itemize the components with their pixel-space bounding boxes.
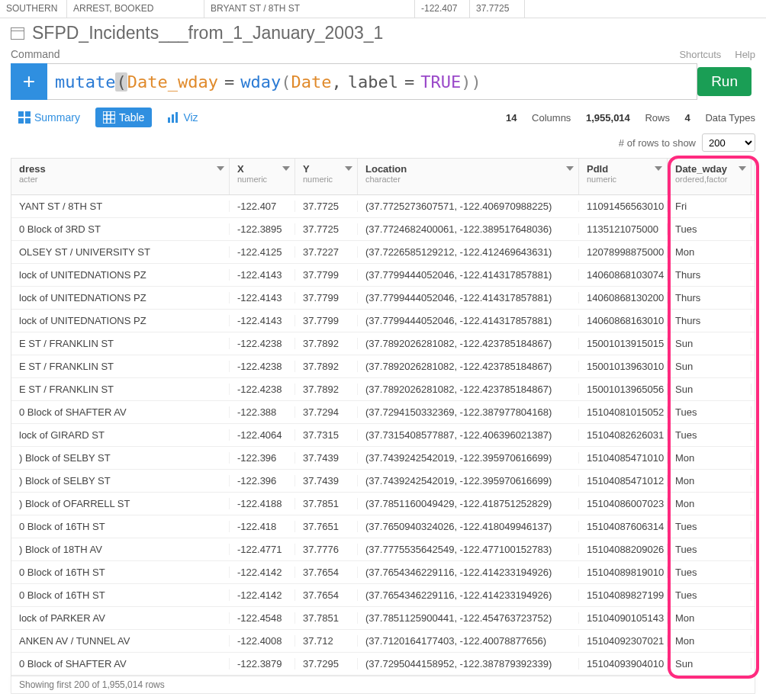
token-lparen2: ( xyxy=(281,72,291,92)
cell-x: -122.4143 xyxy=(230,315,295,326)
table-row[interactable]: 0 Block of 16TH ST-122.414237.7654(37.76… xyxy=(11,584,755,607)
table-row[interactable]: ) Block of OFARRELL ST-122.418837.7851(3… xyxy=(11,493,755,515)
cell-y: 37.7892 xyxy=(295,338,358,349)
chevron-down-icon[interactable] xyxy=(655,166,662,174)
cell-wday: Mon xyxy=(668,612,752,624)
cell-pdid: 15104087606314 xyxy=(579,521,668,532)
stats-types-num: 4 xyxy=(685,112,690,124)
cell-y: 37.712 xyxy=(295,635,358,647)
table-row[interactable]: lock of UNITEDNATIONS PZ-122.414337.7799… xyxy=(11,287,755,310)
cell-location: (37.7295044158952, -122.387879392339) xyxy=(358,658,579,669)
tab-table[interactable]: Table xyxy=(95,108,152,127)
command-input[interactable]: mutate ( Date_wday = wday ( Date , label… xyxy=(47,63,697,100)
table-row[interactable]: ) Block of SELBY ST-122.39637.7439(37.74… xyxy=(11,447,755,470)
table-row[interactable]: ) Block of SELBY ST-122.39637.7439(37.74… xyxy=(11,470,755,493)
column-header-y[interactable]: Ynumeric xyxy=(295,159,358,194)
cell-wday: Mon xyxy=(668,246,752,258)
table-header: dressacterXnumericYnumericLocationcharac… xyxy=(11,159,755,195)
cell-pdid: 15104088209026 xyxy=(579,544,668,555)
cell-y: 37.7799 xyxy=(295,315,358,326)
cell-wday: Tues xyxy=(668,521,752,532)
table-row[interactable]: lock of UNITEDNATIONS PZ-122.414337.7799… xyxy=(11,264,755,287)
column-name: Location xyxy=(365,163,572,175)
table-row[interactable]: OLSEY ST / UNIVERSITY ST-122.412537.7227… xyxy=(11,241,755,264)
cell-pdid: 15001013963010 xyxy=(579,361,668,372)
chevron-down-icon[interactable] xyxy=(345,166,352,174)
tab-viz[interactable]: Viz xyxy=(159,108,205,127)
column-type: numeric xyxy=(237,175,288,184)
cell-y: 37.7315 xyxy=(295,429,358,441)
token-rparen2: ) xyxy=(461,72,471,92)
cell-location: (37.7799444052046, -122.414317857881) xyxy=(358,315,579,326)
table-row[interactable]: E ST / FRANKLIN ST-122.423837.7892(37.78… xyxy=(11,355,755,378)
chevron-down-icon[interactable] xyxy=(566,166,574,174)
add-step-button[interactable]: + xyxy=(11,63,47,100)
table-row[interactable]: ANKEN AV / TUNNEL AV-122.400837.712(37.7… xyxy=(11,630,755,653)
column-header-dress[interactable]: dressacter xyxy=(11,159,230,194)
cell-location: (37.7439242542019, -122.395970616699) xyxy=(358,452,579,464)
cell-pdid: 1135121075000 xyxy=(579,223,668,235)
column-header-pdid[interactable]: PdIdnumeric xyxy=(579,159,668,194)
cell-location: (37.7120164177403, -122.40078877656) xyxy=(358,635,579,647)
header-crumb: SOUTHERN xyxy=(0,0,67,18)
cell-pdid: 14060868103074 xyxy=(579,269,668,281)
cell-y: 37.7851 xyxy=(295,612,358,624)
column-name: Y xyxy=(303,163,351,175)
run-button[interactable]: Run xyxy=(697,67,752,96)
cell-pdid: 15104093904010 xyxy=(579,658,668,669)
table-row[interactable]: lock of GIRARD ST-122.406437.7315(37.731… xyxy=(11,424,755,447)
table-stats: 14 Columns 1,955,014 Rows 4 Data Types xyxy=(494,112,755,124)
token-wday: wday xyxy=(240,72,281,92)
cell-pdid: 15001013915015 xyxy=(579,338,668,349)
cell-address: ANKEN AV / TUNNEL AV xyxy=(11,635,230,647)
cell-location: (37.7775535642549, -122.477100152783) xyxy=(358,544,579,555)
cell-address: ) Block of 18TH AV xyxy=(11,544,230,555)
cell-y: 37.7439 xyxy=(295,452,358,464)
table-row[interactable]: lock of UNITEDNATIONS PZ-122.414337.7799… xyxy=(11,310,755,332)
cell-y: 37.7654 xyxy=(295,589,358,601)
table-row[interactable]: YANT ST / 8TH ST-122.40737.7725(37.77252… xyxy=(11,195,755,218)
column-name: X xyxy=(237,163,288,175)
chevron-down-icon[interactable] xyxy=(282,166,290,174)
cell-pdid: 15104092307021 xyxy=(579,635,668,647)
help-link[interactable]: Help xyxy=(735,49,755,60)
table-row[interactable]: 0 Block of 16TH ST-122.414237.7654(37.76… xyxy=(11,561,755,584)
table-row[interactable]: 0 Block of 3RD ST-122.389537.7725(37.772… xyxy=(11,218,755,241)
table-row[interactable]: 0 Block of SHAFTER AV-122.38837.7294(37.… xyxy=(11,401,755,424)
column-header-x[interactable]: Xnumeric xyxy=(230,159,295,194)
svg-rect-0 xyxy=(18,111,24,117)
table-row[interactable]: 0 Block of SHAFTER AV-122.387937.7295(37… xyxy=(11,653,755,676)
table-row[interactable]: E ST / FRANKLIN ST-122.423837.7892(37.78… xyxy=(11,332,755,355)
cell-wday: Sun xyxy=(668,384,752,395)
column-header-location[interactable]: Locationcharacter xyxy=(358,159,579,194)
header-crumb: ARREST, BOOKED xyxy=(67,0,204,18)
column-name: dress xyxy=(19,163,223,175)
cell-address: 0 Block of 16TH ST xyxy=(11,589,230,601)
chevron-down-icon[interactable] xyxy=(217,166,224,174)
stats-cols-num: 14 xyxy=(506,112,517,124)
shortcuts-link[interactable]: Shortcuts xyxy=(679,49,721,60)
tab-summary[interactable]: Summary xyxy=(11,108,88,127)
cell-wday: Tues xyxy=(668,567,752,578)
column-type: numeric xyxy=(303,175,351,184)
table-row[interactable]: ) Block of 18TH AV-122.477137.7776(37.77… xyxy=(11,538,755,561)
chevron-down-icon[interactable] xyxy=(739,166,746,174)
cell-y: 37.7439 xyxy=(295,475,358,486)
cell-address: E ST / FRANKLIN ST xyxy=(11,338,230,349)
svg-rect-10 xyxy=(172,114,174,123)
token-mutate: mutate xyxy=(55,72,115,92)
table-row[interactable]: 0 Block of 16TH ST-122.41837.7651(37.765… xyxy=(11,515,755,538)
table-row[interactable]: E ST / FRANKLIN ST-122.423837.7892(37.78… xyxy=(11,378,755,401)
rows-to-show-select[interactable]: 200 xyxy=(702,133,755,152)
cell-wday: Sun xyxy=(668,361,752,372)
cell-y: 37.7295 xyxy=(295,658,358,669)
table-row[interactable]: lock of PARKER AV-122.454837.7851(37.785… xyxy=(11,607,755,630)
header-crumb: -122.407 xyxy=(415,0,470,18)
cell-y: 37.7725 xyxy=(295,223,358,235)
column-type: character xyxy=(365,175,572,184)
cell-pdid: 14060868130200 xyxy=(579,292,668,303)
token-label: label xyxy=(342,72,398,92)
cell-location: (37.7851160049429, -122.418751252829) xyxy=(358,498,579,509)
footer-status: Showing first 200 of 1,955,014 rows xyxy=(11,676,755,694)
column-header-date_wday[interactable]: Date_wdayordered,factor xyxy=(668,159,752,194)
